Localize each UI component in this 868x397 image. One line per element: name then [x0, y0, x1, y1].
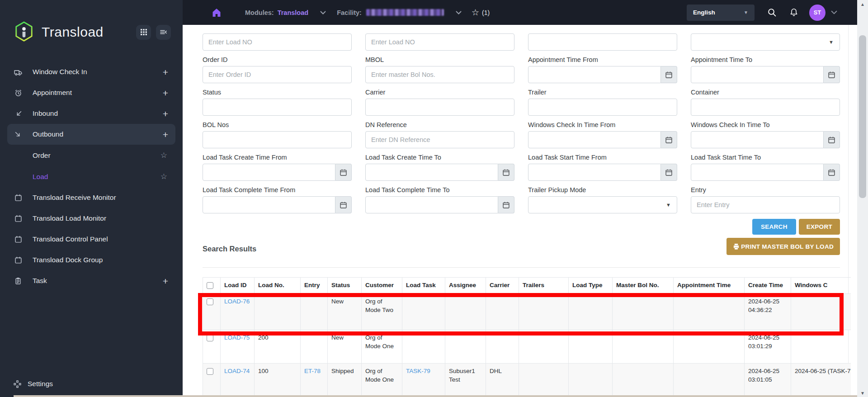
status-input[interactable]	[203, 99, 352, 116]
sidebar-item-transload-control-panel[interactable]: Transload Control Panel	[0, 229, 183, 250]
cell-load-task	[402, 293, 445, 330]
apps-grid-button[interactable]	[136, 25, 151, 40]
calendar-picker-button[interactable]	[824, 66, 840, 83]
printer-icon	[733, 243, 740, 250]
cell-windows-check-in	[791, 330, 851, 363]
appointment-time-from-input[interactable]	[528, 66, 661, 83]
search-button[interactable]: SEARCH	[752, 219, 796, 235]
print-master-bol-button[interactable]: PRINT MASTER BOL BY LOAD	[726, 238, 840, 255]
row-checkbox[interactable]	[207, 335, 213, 341]
load-task-start-time-to-label: Load Task Start Time To	[691, 153, 840, 164]
load-no-input-2[interactable]	[365, 33, 514, 51]
row-checkbox[interactable]	[207, 368, 213, 375]
cell-appointment-time	[674, 330, 745, 363]
entry-input[interactable]	[691, 196, 840, 213]
search-icon[interactable]	[767, 8, 777, 17]
sidebar-item-transload-dock-group[interactable]: Transload Dock Group	[0, 250, 183, 270]
results-title: Search Results	[203, 245, 256, 253]
scroll-down-arrow-icon[interactable]: ▼	[857, 389, 868, 397]
vertical-scrollbar[interactable]: ▲ ▼	[857, 0, 868, 397]
load-no-input-1[interactable]	[203, 33, 352, 51]
sidebar-item-transload-receive-monitor[interactable]: Transload Receive Monitor	[0, 187, 183, 208]
order-id-input[interactable]	[203, 66, 352, 83]
unlabeled-filter-select[interactable]: ▼	[691, 33, 840, 51]
calendar-picker-button[interactable]	[335, 164, 352, 181]
appointment-time-to-label: Appointment Time To	[691, 55, 840, 66]
facility-value-redacted[interactable]	[366, 9, 444, 16]
calendar-picker-button[interactable]	[661, 164, 677, 181]
sidebar-subitem-order[interactable]: Order ☆	[0, 145, 183, 166]
expand-plus-icon[interactable]: +	[163, 130, 168, 139]
language-selector[interactable]: English ▼	[687, 5, 755, 21]
favorite-star-icon[interactable]: ☆	[160, 172, 167, 181]
trailer-input[interactable]	[528, 99, 677, 116]
load-task-start-time-to-input[interactable]	[691, 164, 824, 181]
chevron-down-icon[interactable]	[831, 10, 837, 14]
cell-carrier	[486, 293, 519, 330]
calendar-picker-button[interactable]	[661, 131, 677, 148]
sidebar-item-transload-load-monitor[interactable]: Transload Load Monitor	[0, 208, 183, 229]
calendar-picker-button[interactable]	[661, 66, 677, 83]
unlabeled-filter-input[interactable]	[528, 33, 677, 51]
bol-nos-input[interactable]	[203, 131, 352, 148]
sidebar-item-outbound[interactable]: Outbound +	[7, 124, 175, 145]
chevron-down-icon[interactable]	[320, 11, 326, 14]
load-task-create-time-from-input[interactable]	[203, 164, 335, 181]
expand-plus-icon[interactable]: +	[163, 109, 168, 118]
load-task-complete-time-to-input[interactable]	[365, 196, 498, 213]
load-id-link[interactable]: LOAD-76	[224, 298, 250, 305]
bell-icon[interactable]	[789, 8, 798, 17]
calendar-picker-button[interactable]	[824, 131, 840, 148]
mbol-input[interactable]	[365, 66, 514, 83]
calendar-picker-button[interactable]	[824, 164, 840, 181]
appointment-time-to-input[interactable]	[691, 66, 824, 83]
collapse-sidebar-button[interactable]	[156, 25, 171, 40]
favorite-star-icon[interactable]: ☆	[472, 8, 479, 17]
sidebar-item-window-check-in[interactable]: Window Check In +	[0, 61, 183, 82]
calendar-icon	[14, 194, 23, 202]
dn-reference-input[interactable]	[365, 131, 514, 148]
scrollbar-thumb[interactable]	[859, 35, 866, 198]
cell-status: Shipped	[328, 363, 362, 397]
calendar-picker-button[interactable]	[498, 196, 514, 213]
sidebar-item-inbound[interactable]: Inbound +	[0, 103, 183, 124]
sidebar-item-task[interactable]: Task +	[0, 270, 183, 291]
container-input[interactable]	[691, 99, 840, 116]
chevron-down-icon[interactable]	[456, 11, 462, 14]
col-customer: Customer	[362, 278, 402, 294]
load-task-create-time-to-input[interactable]	[365, 164, 498, 181]
home-icon[interactable]	[212, 8, 222, 18]
load-id-link[interactable]: LOAD-74	[224, 368, 250, 374]
scroll-up-arrow-icon[interactable]: ▲	[857, 0, 868, 8]
mbol-label: MBOL	[365, 55, 514, 66]
export-button[interactable]: EXPORT	[799, 219, 840, 235]
windows-check-in-time-to-input[interactable]	[691, 131, 824, 148]
trailer-pickup-mode-select[interactable]: ▼	[528, 196, 677, 213]
load-task-complete-time-from-input[interactable]	[203, 196, 335, 213]
sidebar-item-label: Outbound	[33, 130, 163, 138]
sidebar-item-settings[interactable]: Settings	[14, 380, 53, 388]
expand-plus-icon[interactable]: +	[163, 276, 168, 286]
row-checkbox[interactable]	[207, 298, 213, 305]
print-master-bol-label: PRINT MASTER BOL BY LOAD	[741, 243, 834, 250]
cell-create-time: 2024-06-25 03:01:29	[745, 330, 791, 363]
sidebar-item-appointment[interactable]: Appointment +	[0, 82, 183, 103]
select-all-checkbox[interactable]	[207, 282, 213, 289]
load-task-link[interactable]: TASK-79	[406, 368, 430, 374]
load-task-start-time-from-input[interactable]	[528, 164, 661, 181]
carrier-input[interactable]	[365, 99, 514, 116]
facility-label: Facility:	[337, 9, 362, 16]
load-id-link[interactable]: LOAD-75	[224, 334, 250, 341]
modules-value[interactable]: Transload	[278, 9, 309, 16]
calendar-picker-button[interactable]	[498, 164, 514, 181]
cell-assignee: Subuser1 Test	[445, 363, 486, 397]
expand-plus-icon[interactable]: +	[163, 67, 168, 77]
avatar[interactable]: ST	[809, 5, 826, 21]
favorite-star-icon[interactable]: ☆	[160, 151, 167, 160]
sidebar-item-label: Task	[33, 277, 163, 285]
expand-plus-icon[interactable]: +	[163, 88, 168, 98]
windows-check-in-time-from-input[interactable]	[528, 131, 661, 148]
entry-link[interactable]: ET-78	[304, 368, 321, 374]
sidebar-subitem-load[interactable]: Load ☆	[0, 166, 183, 187]
calendar-picker-button[interactable]	[335, 196, 352, 213]
